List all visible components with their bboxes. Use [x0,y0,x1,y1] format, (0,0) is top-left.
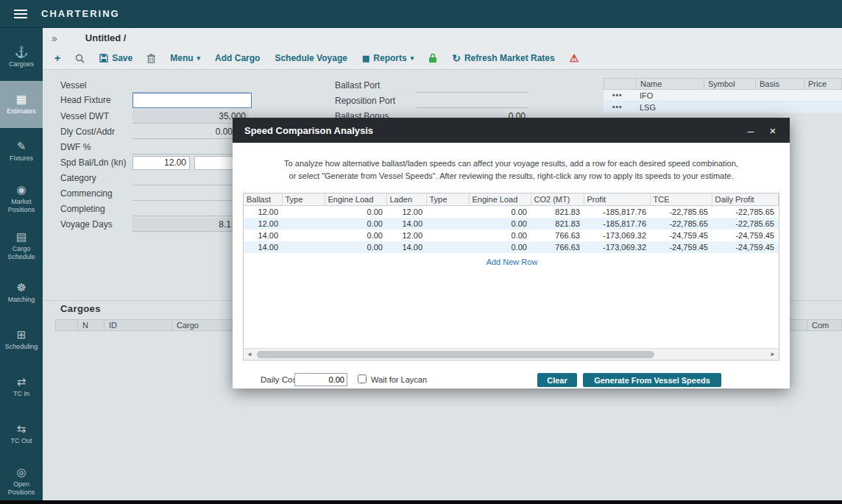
sidebar-item-label: Open Positions [1,480,41,497]
add-new-row-link[interactable]: Add New Row [244,258,779,266]
sidebar-item-label: Scheduling [5,343,38,351]
schedule-voyage-button[interactable]: Schedule Voyage [275,53,347,63]
speed-row[interactable]: 14.000.0012.000.00766.63-173,069.32-24,7… [244,230,779,241]
close-icon[interactable]: × [762,121,784,140]
sidebar-item-label: Estimates [7,107,36,116]
col-profit[interactable]: Profit [584,194,650,206]
reports-dropdown[interactable]: ▦ Reports ▾ [362,53,414,63]
sidebar-item-estimates[interactable]: ▦ Estimates [0,81,43,128]
add-cargo-button[interactable]: Add Cargo [215,53,260,63]
wait-for-laycan-checkbox[interactable] [358,375,367,383]
col-co2[interactable]: CO2 (MT) [531,194,584,206]
modal-header[interactable]: Speed Comparison Analysis – × [233,118,790,143]
warning-indicator[interactable]: ⚠ [570,52,579,64]
ballast-port-label: Ballast Port [335,80,416,90]
category-label: Category [60,173,132,183]
sidebar-item-scheduling[interactable]: ⊞ Scheduling [0,316,43,363]
hamburger-menu-icon[interactable] [0,13,41,15]
col-daily-profit[interactable]: Daily Profit [712,194,778,206]
dly-cost-field[interactable]: 0.00 [132,125,249,139]
daily-cost-input[interactable] [294,373,347,386]
cargo-schedule-icon: ▤ [16,231,26,242]
refresh-label: Refresh Market Rates [464,53,555,63]
market-col-basis[interactable]: Basis [756,79,804,89]
scroll-left-icon[interactable]: ◄ [244,351,255,358]
cargoes-col-id[interactable]: ID [105,320,172,330]
sidebar-item-label: Fixtures [10,155,33,163]
market-rates-header: Name Symbol Basis Price [604,78,842,90]
clear-button[interactable]: Clear [537,373,577,387]
col-engine-load-ballast[interactable]: Engine Load [325,194,386,206]
fixtures-icon: ✎ [17,141,26,152]
refresh-market-rates-button[interactable]: ↻ Refresh Market Rates [452,52,554,64]
modal-description-line1: To analyze how alternative ballast/laden… [252,157,771,170]
sidebar-item-cargo-schedule[interactable]: ▤ Cargo Schedule [0,222,43,269]
category-field[interactable] [132,171,249,185]
vessel-dwt-label: Vessel DWT [60,111,132,121]
completing-label: Completing [60,204,132,214]
col-laden[interactable]: Laden [386,194,426,206]
add-cargo-label: Add Cargo [215,53,260,63]
chevron-down-icon: ▾ [197,54,201,62]
speed-ballast-field[interactable]: 12.00 [132,156,190,170]
cargoes-col-n[interactable]: N [78,320,105,330]
sidebar-item-label: TC Out [10,437,32,445]
cargoes-col-com[interactable]: Com [807,320,841,330]
sidebar-item-fixtures[interactable]: ✎ Fixtures [0,128,43,175]
toolbar: + Save Menu ▾ Add Cargo Schedule Voyage … [43,48,842,68]
reposition-port-field[interactable] [416,94,528,108]
generate-from-vessel-speeds-button[interactable]: Generate From Vessel Speeds [583,373,721,387]
speed-row[interactable]: 14.000.0014.000.00766.63-173,069.32-24,7… [244,241,779,253]
voyage-days-field: 8.1 [132,218,249,232]
open-positions-icon: ◎ [16,466,26,478]
page-title: Untitled / [65,32,127,43]
sidebar-item-matching[interactable]: ☸ Matching [0,269,43,316]
col-bunker[interactable]: Bunker [778,194,779,206]
collapse-panel-icon[interactable]: » [52,32,57,44]
col-type-ballast[interactable]: Type [282,194,325,206]
scrollbar-thumb[interactable] [257,351,654,358]
market-col-name[interactable]: Name [637,79,704,89]
sidebar-item-tc-in[interactable]: ⇄ TC In [0,363,43,411]
head-fixture-field[interactable] [132,93,252,108]
sidebar-item-market-positions[interactable]: ◉ Market Positions [0,175,43,222]
menu-dropdown[interactable]: Menu ▾ [170,53,200,63]
speed-row[interactable]: 12.000.0014.000.00821.83-185,817.76-22,7… [244,218,779,230]
row-menu-icon[interactable]: ••• [604,103,636,111]
save-button[interactable]: Save [99,53,132,63]
chevron-down-icon: ▾ [411,54,414,62]
vessel-field[interactable] [132,79,249,93]
market-col-price[interactable]: Price [804,79,841,89]
market-col-symbol[interactable]: Symbol [704,79,756,89]
form-row-dwf: DWF % [60,140,249,155]
sidebar-item-tc-out[interactable]: ⇆ TC Out [0,411,43,458]
form-row-speed: Spd Bal/Ldn (kn) 12.00 1 [60,155,249,170]
col-type-laden[interactable]: Type [426,194,469,206]
market-row-lsg[interactable]: ••• LSG [604,102,842,113]
form-row-completing: Completing [60,202,249,216]
form-row-vessel: Vessel [60,78,249,93]
form-row-commencing: Commencing [60,186,249,201]
sidebar-item-open-positions[interactable]: ◎ Open Positions [0,458,43,504]
search-button[interactable] [75,54,85,63]
scroll-right-icon[interactable]: ► [767,351,779,358]
minimize-icon[interactable]: – [740,121,762,140]
market-positions-icon: ◉ [16,184,26,195]
sidebar-item-cargoes[interactable]: ⚓ Cargoes [0,34,43,81]
delete-button[interactable] [147,54,155,63]
completing-field[interactable] [132,202,249,216]
horizontal-scrollbar[interactable]: ◄ ► [244,348,779,360]
dwf-field[interactable] [132,141,249,155]
col-ballast[interactable]: Ballast [244,194,282,206]
row-menu-icon[interactable]: ••• [604,91,636,99]
col-tce[interactable]: TCE [650,194,712,206]
col-engine-load-laden[interactable]: Engine Load [469,194,531,206]
modal-description: To analyze how alternative ballast/laden… [233,143,790,182]
market-row-ifo[interactable]: ••• IFO [604,90,842,102]
vessel-label: Vessel [60,80,132,90]
add-button[interactable]: + [54,53,60,63]
commencing-field[interactable] [132,187,249,201]
ballast-port-field[interactable] [416,79,528,93]
speed-row[interactable]: 12.000.0012.000.00821.83-185,817.76-22,7… [244,206,779,218]
lock-button[interactable] [428,53,437,63]
